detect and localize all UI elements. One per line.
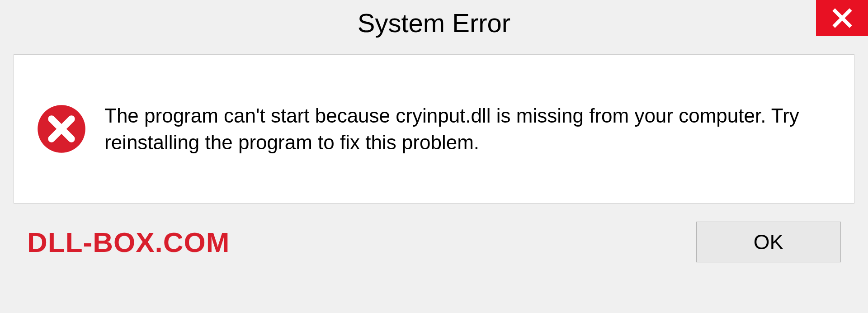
close-icon [831,7,853,29]
titlebar: System Error [0,0,868,45]
watermark-text: DLL-BOX.COM [27,226,230,258]
error-message: The program can't start because cryinput… [104,102,831,156]
footer: DLL-BOX.COM OK [0,204,868,262]
error-icon [37,104,86,154]
close-button[interactable] [816,0,868,36]
dialog-title: System Error [358,8,510,38]
ok-button[interactable]: OK [696,222,841,262]
content-area: The program can't start because cryinput… [14,54,854,204]
